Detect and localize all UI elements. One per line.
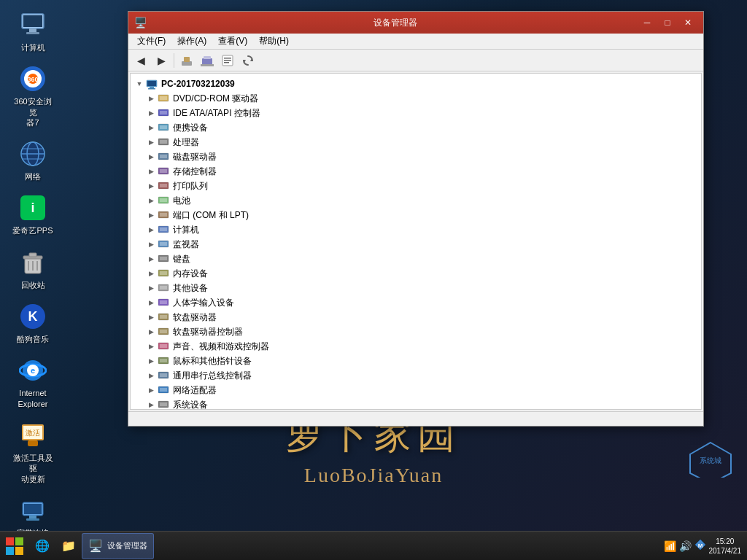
tree-item[interactable]: ▶ 通用串行总线控制器 bbox=[131, 368, 701, 383]
tree-item[interactable]: ▶ 电池 bbox=[131, 193, 701, 208]
tree-item[interactable]: ▶ 磁盘驱动器 bbox=[131, 149, 701, 164]
taskbar-clock[interactable]: 15:20 2017/4/21 bbox=[709, 537, 742, 556]
menu-action[interactable]: 操作(A) bbox=[171, 34, 212, 49]
tree-item-label-2: 便携设备 bbox=[173, 122, 208, 134]
ie-icon: e bbox=[18, 356, 47, 385]
tree-root[interactable]: ▼ PC-201703212039 bbox=[131, 77, 701, 91]
svg-rect-46 bbox=[201, 64, 214, 66]
tree-item[interactable]: ▶ 内存设备 bbox=[131, 266, 701, 281]
taskbar: 🌐 📁 🖥️ 设备管理器 📶 🔊 M 15:20 2017/4/21 bbox=[0, 531, 747, 560]
tree-item[interactable]: ▶ 键盘 bbox=[131, 252, 701, 266]
taskbar-item-devmgr[interactable]: 🖥️ 设备管理器 bbox=[82, 533, 154, 559]
tree-item[interactable]: ▶ 声音、视频和游戏控制器 bbox=[131, 339, 701, 354]
tree-item[interactable]: ▶ 计算机 bbox=[131, 222, 701, 237]
desktop-icon-recycle[interactable]: 回收站 bbox=[7, 245, 58, 293]
desktop-icon-ie[interactable]: e InternetExplorer bbox=[7, 353, 58, 412]
tree-item[interactable]: ▶ 系统设备 bbox=[131, 397, 701, 409]
tree-item-expand-16[interactable]: ▶ bbox=[145, 326, 157, 338]
toolbar-properties[interactable] bbox=[218, 52, 237, 69]
tree-item[interactable]: ▶ 软盘驱动器 bbox=[131, 310, 701, 324]
window-titlebar-icon: 🖥️ bbox=[134, 17, 147, 28]
tree-item-expand-11[interactable]: ▶ bbox=[145, 253, 157, 265]
toolbar-back[interactable]: ◀ bbox=[131, 52, 150, 69]
device-tree[interactable]: ▼ PC-201703212039 ▶ bbox=[131, 74, 701, 409]
tree-item-expand-1[interactable]: ▶ bbox=[145, 107, 157, 119]
tree-item[interactable]: ▶ 处理器 bbox=[131, 135, 701, 149]
desktop-icon-360[interactable]: 360 360安全浏览器7 bbox=[7, 61, 58, 131]
tree-item[interactable]: ▶ 端口 (COM 和 LPT) bbox=[131, 208, 701, 222]
tree-item-expand-10[interactable]: ▶ bbox=[145, 238, 157, 250]
tree-item-icon-9 bbox=[157, 223, 170, 236]
tree-root-expand[interactable]: ▼ bbox=[133, 78, 145, 90]
tree-item-expand-15[interactable]: ▶ bbox=[145, 311, 157, 323]
toolbar-search-computer[interactable] bbox=[198, 52, 217, 69]
tree-item-label-5: 存储控制器 bbox=[173, 166, 217, 178]
tree-item-expand-8[interactable]: ▶ bbox=[145, 209, 157, 221]
toolbar-up[interactable] bbox=[177, 52, 196, 69]
window-titlebar: 🖥️ 设备管理器 ─ □ ✕ bbox=[128, 12, 703, 34]
network-label: 网络 bbox=[25, 171, 41, 182]
svg-rect-88 bbox=[160, 315, 167, 319]
desktop-icon-iqiyi[interactable]: i 爱奇艺PPS bbox=[7, 190, 58, 238]
svg-rect-107 bbox=[6, 547, 14, 555]
tree-item[interactable]: ▶ 软盘驱动器控制器 bbox=[131, 324, 701, 339]
svg-rect-18 bbox=[29, 253, 36, 257]
device-tree-container: ▼ PC-201703212039 ▶ bbox=[130, 73, 702, 410]
tree-item[interactable]: ▶ 人体学输入设备 bbox=[131, 295, 701, 310]
tree-item-expand-6[interactable]: ▶ bbox=[145, 180, 157, 192]
svg-text:360: 360 bbox=[27, 76, 38, 83]
tree-item-expand-9[interactable]: ▶ bbox=[145, 224, 157, 236]
svg-rect-96 bbox=[160, 373, 167, 377]
tray-diamond-icon[interactable]: M bbox=[694, 539, 706, 553]
toolbar-refresh[interactable] bbox=[239, 52, 258, 69]
tree-item-label-7: 电池 bbox=[173, 195, 190, 207]
tree-item-expand-17[interactable]: ▶ bbox=[145, 341, 157, 352]
tree-item[interactable]: ▶ 鼠标和其他指针设备 bbox=[131, 354, 701, 368]
tree-item-expand-0[interactable]: ▶ bbox=[145, 93, 157, 104]
tree-item-icon-11 bbox=[157, 252, 170, 265]
tree-item-expand-18[interactable]: ▶ bbox=[145, 355, 157, 367]
tree-item-expand-5[interactable]: ▶ bbox=[145, 166, 157, 177]
menu-file[interactable]: 文件(F) bbox=[131, 34, 171, 49]
tree-item[interactable]: ▶ 存储控制器 bbox=[131, 164, 701, 179]
tree-item-expand-14[interactable]: ▶ bbox=[145, 297, 157, 308]
tree-item-expand-12[interactable]: ▶ bbox=[145, 268, 157, 279]
menu-view[interactable]: 查看(V) bbox=[212, 34, 253, 49]
menu-help[interactable]: 帮助(H) bbox=[253, 34, 295, 49]
tree-item[interactable]: ▶ 打印队列 bbox=[131, 179, 701, 193]
tree-item[interactable]: ▶ 其他设备 bbox=[131, 281, 701, 295]
tree-item-expand-21[interactable]: ▶ bbox=[145, 399, 157, 409]
tree-item-expand-4[interactable]: ▶ bbox=[145, 151, 157, 163]
toolbar-forward[interactable]: ▶ bbox=[152, 52, 171, 69]
tree-item-expand-7[interactable]: ▶ bbox=[145, 195, 157, 206]
close-button[interactable]: ✕ bbox=[678, 15, 697, 30]
tree-item-expand-13[interactable]: ▶ bbox=[145, 282, 157, 294]
desktop-icon-network[interactable]: 网络 bbox=[7, 136, 58, 184]
start-button[interactable] bbox=[0, 532, 29, 561]
minimize-button[interactable]: ─ bbox=[638, 15, 657, 30]
tree-item-expand-2[interactable]: ▶ bbox=[145, 122, 157, 133]
taskbar-items: 🌐 📁 🖥️ 设备管理器 bbox=[29, 532, 664, 560]
svg-rect-94 bbox=[160, 359, 167, 362]
tray-volume-icon[interactable]: 🔊 bbox=[679, 540, 692, 552]
tree-item-expand-3[interactable]: ▶ bbox=[145, 136, 157, 148]
desktop-icon-kugou[interactable]: K 酷狗音乐 bbox=[7, 299, 58, 347]
tree-item[interactable]: ▶ 便携设备 bbox=[131, 120, 701, 135]
tree-item-label-20: 网络适配器 bbox=[173, 384, 217, 397]
svg-rect-108 bbox=[15, 547, 23, 555]
desktop-icon-computer[interactable]: 计算机 bbox=[7, 7, 58, 55]
brand-en: LuoBoJiaYuan bbox=[0, 464, 747, 487]
svg-rect-44 bbox=[202, 58, 212, 65]
tree-item[interactable]: ▶ 网络适配器 bbox=[131, 383, 701, 397]
tree-item-expand-19[interactable]: ▶ bbox=[145, 370, 157, 381]
tree-item-expand-20[interactable]: ▶ bbox=[145, 384, 157, 396]
tree-item[interactable]: ▶ DVD/CD-ROM 驱动器 bbox=[131, 91, 701, 106]
tree-item[interactable]: ▶ 监视器 bbox=[131, 237, 701, 252]
taskbar-item-ie[interactable]: 🌐 bbox=[29, 533, 55, 559]
tray-network-icon[interactable]: 📶 bbox=[664, 540, 676, 552]
tree-item[interactable]: ▶ IDE ATA/ATAPI 控制器 bbox=[131, 106, 701, 120]
tree-item-icon-3 bbox=[157, 136, 170, 149]
svg-rect-33 bbox=[29, 516, 36, 518]
taskbar-item-explorer[interactable]: 📁 bbox=[55, 533, 82, 559]
maximize-button[interactable]: □ bbox=[658, 15, 677, 30]
